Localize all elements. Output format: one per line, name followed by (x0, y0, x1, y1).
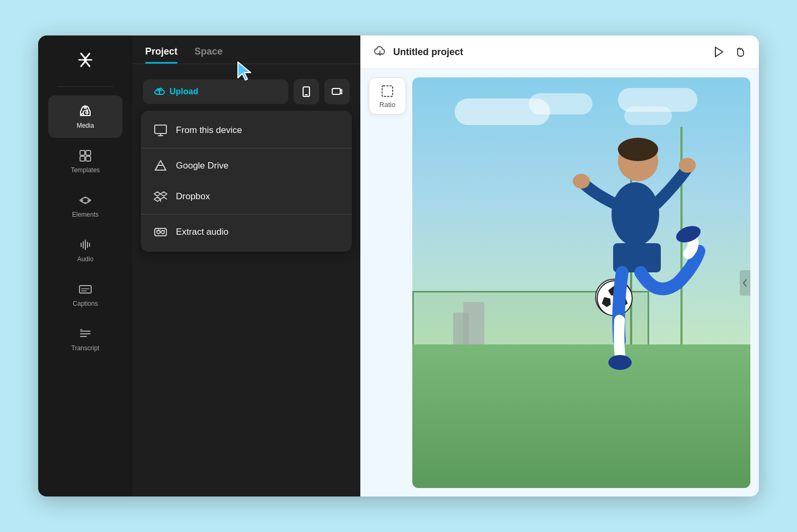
panel-tabs: Project Space (132, 36, 360, 64)
sidebar-item-captions[interactable]: Captions (48, 273, 122, 316)
dropdown-item-extract-audio[interactable]: Extract audio (141, 217, 352, 247)
svg-point-34 (618, 138, 658, 161)
sidebar-item-templates[interactable]: Templates (48, 140, 122, 182)
cursor-tool-button[interactable] (733, 46, 746, 58)
svg-rect-19 (332, 88, 340, 94)
canvas-area: Ratio (360, 69, 759, 496)
play-button[interactable] (712, 46, 725, 58)
sidebar-media-label: Media (77, 122, 94, 129)
main-content: Untitled project (360, 36, 759, 496)
phone-icon (300, 86, 312, 97)
sidebar-item-transcript[interactable]: Transcript (48, 318, 122, 360)
google-drive-label: Google Drive (176, 161, 228, 171)
cloud-4 (618, 88, 697, 112)
svg-rect-4 (80, 150, 85, 155)
dropbox-icon (154, 190, 167, 203)
upload-icon (154, 86, 165, 97)
ratio-label: Ratio (379, 101, 395, 109)
svg-point-36 (573, 174, 590, 189)
svg-point-2 (82, 113, 84, 116)
dropdown-item-dropbox[interactable]: Dropbox (141, 181, 352, 212)
svg-rect-7 (86, 156, 91, 161)
dropdown-item-google-drive[interactable]: Google Drive (141, 150, 352, 181)
extract-audio-label: Extract audio (176, 227, 228, 237)
dropdown-item-from-device[interactable]: From this device (141, 115, 352, 146)
header-left: Untitled project (373, 44, 463, 60)
svg-rect-27 (382, 86, 393, 96)
drive-icon (154, 159, 167, 173)
sidebar-item-media[interactable]: Media (48, 95, 122, 138)
svg-point-38 (608, 355, 632, 370)
from-device-label: From this device (176, 125, 242, 136)
header-right (712, 46, 746, 58)
project-title: Untitled project (393, 47, 463, 58)
sidebar-transcript-label: Transcript (72, 344, 100, 352)
panel-actions: Upload (132, 73, 360, 111)
play-icon (712, 46, 725, 58)
cloud-2 (529, 93, 592, 114)
tab-project[interactable]: Project (145, 46, 178, 64)
monitor-icon (154, 123, 167, 137)
player-svg (551, 119, 710, 373)
canvas-tools: Ratio (369, 77, 406, 488)
svg-rect-5 (86, 150, 91, 155)
dropbox-label: Dropbox (176, 191, 210, 202)
collapse-panel-button[interactable] (740, 270, 750, 296)
ratio-icon (380, 84, 395, 99)
dropdown-sep-1 (141, 148, 352, 148)
tab-space[interactable]: Space (194, 46, 223, 64)
panel: Project Space Upload (132, 36, 360, 496)
extract-audio-icon (154, 225, 167, 239)
screen-record-button[interactable] (324, 79, 350, 104)
sidebar-captions-label: Captions (73, 300, 98, 307)
canvas-preview (412, 77, 750, 488)
screen-record-icon (331, 86, 343, 97)
sidebar-item-elements[interactable]: Elements (48, 184, 122, 227)
sidebar-item-audio[interactable]: Audio (48, 229, 122, 271)
svg-point-35 (679, 158, 696, 173)
panel-tab-divider (132, 64, 360, 64)
svg-rect-10 (79, 286, 91, 293)
sidebar-divider (57, 86, 114, 87)
svg-point-3 (86, 112, 88, 114)
svg-marker-26 (715, 47, 723, 57)
hand-icon (733, 46, 746, 58)
upload-dropdown: From this device Google Drive (141, 111, 352, 252)
app-container: Media Templates Elements (38, 36, 759, 496)
cloud-save-icon (373, 44, 387, 60)
sidebar-audio-label: Audio (77, 255, 94, 263)
soccer-background (412, 77, 750, 488)
dropdown-sep-2 (141, 214, 352, 215)
ratio-button[interactable]: Ratio (369, 77, 406, 114)
sidebar-elements-label: Elements (72, 211, 99, 218)
main-header: Untitled project (360, 36, 759, 69)
svg-rect-20 (155, 125, 166, 134)
phone-icon-button[interactable] (294, 79, 319, 104)
sidebar-templates-label: Templates (71, 166, 100, 174)
upload-button[interactable]: Upload (143, 79, 288, 104)
sidebar: Media Templates Elements (38, 36, 132, 496)
svg-rect-6 (80, 156, 85, 161)
app-logo (74, 48, 97, 72)
svg-point-32 (612, 182, 659, 246)
upload-button-label: Upload (170, 87, 198, 96)
